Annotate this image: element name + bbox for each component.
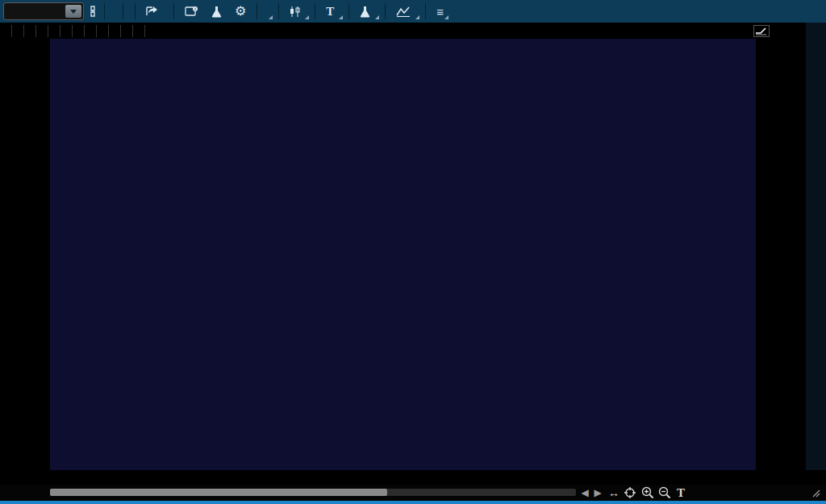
alerts-window-button[interactable]: i bbox=[180, 2, 203, 21]
zoom-out-icon[interactable] bbox=[657, 486, 673, 499]
window-edge bbox=[0, 501, 826, 504]
study-label[interactable] bbox=[85, 25, 97, 37]
flask-icon bbox=[211, 6, 222, 18]
share-button[interactable] bbox=[141, 2, 168, 21]
alerts-window-icon: i bbox=[185, 6, 198, 17]
zoom-in-icon[interactable] bbox=[640, 486, 656, 499]
ohlc-low bbox=[48, 25, 60, 37]
divider bbox=[278, 3, 279, 19]
study-value bbox=[97, 25, 109, 37]
settings-button[interactable]: ⚙ bbox=[230, 2, 251, 21]
drawings-button[interactable]: T bbox=[321, 2, 343, 21]
link-instrument-icon[interactable] bbox=[87, 5, 98, 18]
ohlc-high bbox=[36, 25, 48, 37]
chevron-down-icon bbox=[70, 10, 77, 14]
patterns-button[interactable] bbox=[391, 2, 419, 21]
divider bbox=[257, 3, 257, 19]
right-price-axis[interactable] bbox=[756, 39, 806, 470]
dropdown-fold-icon bbox=[444, 15, 448, 19]
style-button[interactable] bbox=[285, 2, 309, 21]
ohlc-date bbox=[12, 25, 24, 37]
divider bbox=[104, 3, 105, 19]
signal-flag-b bbox=[121, 25, 133, 37]
divider bbox=[123, 3, 123, 19]
thinkorswim-window: i ⚙ T bbox=[0, 0, 826, 504]
menu-button[interactable]: ≡ bbox=[432, 2, 448, 21]
ohlc-range bbox=[73, 25, 85, 37]
main-toolbar: i ⚙ T bbox=[0, 0, 826, 23]
share-icon bbox=[146, 6, 159, 17]
ohlc-open bbox=[24, 25, 36, 37]
divider bbox=[385, 3, 386, 19]
line-style-icon[interactable] bbox=[753, 25, 770, 37]
right-sidebar bbox=[806, 23, 826, 485]
dropdown-fold-icon bbox=[415, 15, 419, 19]
study-more[interactable] bbox=[133, 25, 145, 37]
analyze-button[interactable] bbox=[206, 2, 227, 21]
chart-scrollbar[interactable] bbox=[50, 489, 576, 496]
gear-icon: ⚙ bbox=[235, 5, 246, 18]
time-axis[interactable] bbox=[0, 470, 826, 485]
scroll-left-button[interactable]: ◀ bbox=[579, 486, 590, 499]
resize-handle[interactable] bbox=[810, 486, 821, 499]
chart-ohlc-header bbox=[0, 23, 826, 39]
left-price-axis[interactable] bbox=[0, 39, 50, 470]
dropdown-fold-icon bbox=[269, 15, 273, 19]
bottom-bar: ◀ ▶ ↔ T bbox=[0, 485, 826, 501]
pan-icon[interactable]: ↔ bbox=[607, 486, 621, 499]
studies-button[interactable] bbox=[355, 2, 379, 21]
timeframe-button[interactable] bbox=[263, 2, 273, 21]
studies-flask-icon bbox=[360, 6, 370, 18]
symbol-dropdown-button[interactable] bbox=[65, 5, 81, 18]
menu-icon: ≡ bbox=[436, 5, 444, 19]
scroll-right-button[interactable]: ▶ bbox=[592, 486, 603, 499]
dropdown-fold-icon bbox=[339, 15, 343, 19]
divider bbox=[135, 3, 136, 19]
chart-area[interactable] bbox=[50, 39, 756, 470]
patterns-icon bbox=[396, 6, 411, 17]
text-tool-icon: T bbox=[326, 5, 334, 19]
signal-flag-a bbox=[109, 25, 121, 37]
divider bbox=[173, 3, 174, 19]
text-tool-icon[interactable]: T bbox=[674, 486, 687, 499]
chart-title bbox=[0, 25, 12, 37]
dropdown-fold-icon bbox=[305, 15, 309, 19]
crosshair-icon[interactable] bbox=[623, 486, 637, 499]
dropdown-fold-icon bbox=[375, 15, 379, 19]
ohlc-close bbox=[60, 25, 73, 37]
symbol-selector[interactable] bbox=[3, 2, 84, 20]
divider bbox=[348, 3, 349, 19]
divider bbox=[315, 3, 315, 19]
candlestick-icon bbox=[290, 6, 300, 18]
scrollbar-thumb[interactable] bbox=[50, 489, 387, 496]
divider bbox=[425, 3, 426, 19]
